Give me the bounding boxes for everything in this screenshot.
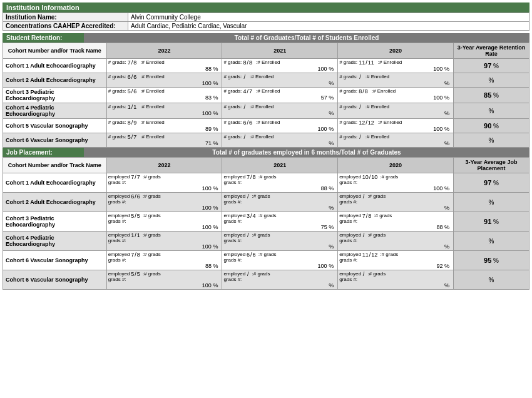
placement-section-header: Job Placement: Total # of graduates empl… <box>3 148 529 157</box>
institution-name-value: Alvin Community College <box>128 13 529 22</box>
placement-col-2022: 2022 <box>106 158 222 173</box>
cohort-name: Cohort 2 Adult Echocardiography <box>3 73 107 88</box>
retention-col-avg: 3-Year Average Retention Rate <box>453 43 529 59</box>
placement-cohort-name: Cohort 4 Pediatric Echocardiography <box>3 232 107 251</box>
retention-right-header: Total # of Graduates/Total # of Students… <box>84 33 529 43</box>
retention-row: Cohort 6 Vascular Sonography # grads: 5 … <box>3 133 529 148</box>
institution-table: Institution Name: Alvin Community Colleg… <box>3 13 529 31</box>
placement-row: Cohort 4 Pediatric Echocardiography empl… <box>3 232 529 251</box>
place-year-cell: employedgrads #: 10 / 10 :# grads 100 % <box>338 173 454 193</box>
institution-conc-label: Concentrations CAAHEP Accredited: <box>3 22 128 31</box>
placement-avg-cell: 97 % <box>453 173 529 193</box>
institution-conc-row: Concentrations CAAHEP Accredited: Adult … <box>3 22 529 31</box>
retention-col-2022: 2022 <box>106 43 222 59</box>
placement-avg-cell: % <box>453 193 529 212</box>
place-year-cell: employedgrads #: 7 / 8 :# grads 88 % <box>338 212 454 232</box>
placement-row: Cohort 1 Adult Echocardiography employed… <box>3 173 529 193</box>
retention-col-2020: 2020 <box>338 43 454 59</box>
placement-avg-cell: 91 % <box>453 212 529 232</box>
institution-name-label: Institution Name: <box>3 13 128 22</box>
retention-row: Cohort 5 Vascular Sonography # grads: 8 … <box>3 119 529 133</box>
place-year-cell: employedgrads #: / :# grads % <box>338 270 454 290</box>
retention-row: Cohort 3 Pediatric Echocardiography # gr… <box>3 88 529 103</box>
retention-row: Cohort 2 Adult Echocardiography # grads:… <box>3 73 529 88</box>
placement-right-header: Total # of graduates employed in 6 month… <box>84 148 529 157</box>
ret-year-cell: # grads: / :# Enrolled % <box>222 73 338 88</box>
placement-col-2021: 2021 <box>222 158 338 173</box>
placement-table: Cohort Number and/or Track Name 2022 202… <box>3 157 529 290</box>
placement-col-name: Cohort Number and/or Track Name <box>3 158 107 173</box>
ret-year-cell: # grads: 8 / 8 :# Enrolled 100 % <box>222 59 338 73</box>
ret-year-cell: # grads: / :# Enrolled % <box>222 103 338 119</box>
place-year-cell: employedgrads #: / :# grads % <box>222 193 338 212</box>
retention-col-2021: 2021 <box>222 43 338 59</box>
placement-cohort-name: Cohort 6 Vascular Sonography <box>3 251 107 270</box>
ret-year-cell: # grads: 5 / 7 :# Enrolled 71 % <box>106 133 222 148</box>
cohort-name: Cohort 1 Adult Echocardiography <box>3 59 107 73</box>
place-year-cell: employedgrads #: 7 / 7 :# grads 100 % <box>106 173 222 193</box>
placement-row: Cohort 3 Pediatric Echocardiography empl… <box>3 212 529 232</box>
page: Institution Information Institution Name… <box>0 0 532 292</box>
place-year-cell: employedgrads #: / :# grads % <box>338 193 454 212</box>
ret-year-cell: # grads: / :# Enrolled % <box>338 133 454 148</box>
ret-year-cell: # grads: 1 / 1 :# Enrolled 100 % <box>106 103 222 119</box>
place-year-cell: employedgrads #: 7 / 8 :# grads 88 % <box>222 173 338 193</box>
place-year-cell: employedgrads #: 5 / 5 :# grads 100 % <box>106 212 222 232</box>
ret-year-cell: # grads: 6 / 6 :# Enrolled 100 % <box>106 73 222 88</box>
place-year-cell: employedgrads #: 7 / 8 :# grads 88 % <box>106 251 222 270</box>
retention-row: Cohort 1 Adult Echocardiography # grads:… <box>3 59 529 73</box>
placement-row: Cohort 6 Vascular Sonography employedgra… <box>3 251 529 270</box>
placement-cohort-name: Cohort 6 Vascular Sonography <box>3 270 107 290</box>
avg-cell: % <box>453 73 529 88</box>
cohort-name: Cohort 3 Pediatric Echocardiography <box>3 88 107 103</box>
placement-avg-cell: % <box>453 232 529 251</box>
avg-cell: 85 % <box>453 88 529 103</box>
cohort-name: Cohort 4 Pediatric Echocardiography <box>3 103 107 119</box>
placement-left-header: Job Placement: <box>3 148 84 157</box>
avg-cell: % <box>453 103 529 119</box>
cohort-name: Cohort 6 Vascular Sonography <box>3 133 107 148</box>
placement-cohort-name: Cohort 1 Adult Echocardiography <box>3 173 107 193</box>
placement-row: Cohort 2 Adult Echocardiography employed… <box>3 193 529 212</box>
place-year-cell: employedgrads #: 11 / 12 :# grads 92 % <box>338 251 454 270</box>
ret-year-cell: # grads: 8 / 9 :# Enrolled 89 % <box>106 119 222 133</box>
retention-table: Cohort Number and/or Track Name 2022 202… <box>3 43 529 148</box>
placement-col-2020: 2020 <box>338 158 454 173</box>
ret-year-cell: # grads: 7 / 8 :# Enrolled 88 % <box>106 59 222 73</box>
avg-cell: % <box>453 133 529 148</box>
retention-left-header: Student Retention: <box>3 33 84 43</box>
placement-cohort-name: Cohort 3 Pediatric Echocardiography <box>3 212 107 232</box>
avg-cell: 90 % <box>453 119 529 133</box>
avg-cell: 97 % <box>453 59 529 73</box>
retention-col-name: Cohort Number and/or Track Name <box>3 43 107 59</box>
place-year-cell: employedgrads #: 6 / 6 :# grads 100 % <box>106 193 222 212</box>
institution-conc-value: Adult Cardiac, Pediatric Cardiac, Vascul… <box>128 22 529 31</box>
placement-cohort-name: Cohort 2 Adult Echocardiography <box>3 193 107 212</box>
place-year-cell: employedgrads #: / :# grads % <box>222 270 338 290</box>
ret-year-cell: # grads: / :# Enrolled % <box>222 133 338 148</box>
placement-avg-cell: 95 % <box>453 251 529 270</box>
ret-year-cell: # grads: 12 / 12 :# Enrolled 100 % <box>338 119 454 133</box>
ret-year-cell: # grads: 4 / 7 :# Enrolled 57 % <box>222 88 338 103</box>
place-year-cell: employedgrads #: / :# grads % <box>338 232 454 251</box>
cohort-name: Cohort 5 Vascular Sonography <box>3 119 107 133</box>
ret-year-cell: # grads: 6 / 6 :# Enrolled 100 % <box>222 119 338 133</box>
placement-avg-cell: % <box>453 270 529 290</box>
place-year-cell: employedgrads #: 5 / 5 :# grads 100 % <box>106 270 222 290</box>
retention-section-header: Student Retention: Total # of Graduates/… <box>3 33 529 43</box>
retention-row: Cohort 4 Pediatric Echocardiography # gr… <box>3 103 529 119</box>
institution-header: Institution Information <box>3 3 529 13</box>
ret-year-cell: # grads: 11 / 11 :# Enrolled 100 % <box>338 59 454 73</box>
ret-year-cell: # grads: 8 / 8 :# Enrolled 100 % <box>338 88 454 103</box>
ret-year-cell: # grads: / :# Enrolled % <box>338 103 454 119</box>
place-year-cell: employedgrads #: 6 / 6 :# grads 100 % <box>222 251 338 270</box>
placement-row: Cohort 6 Vascular Sonography employedgra… <box>3 270 529 290</box>
ret-year-cell: # grads: 5 / 6 :# Enrolled 83 % <box>106 88 222 103</box>
placement-col-avg: 3-Year Average Job Placement <box>453 158 529 173</box>
institution-name-row: Institution Name: Alvin Community Colleg… <box>3 13 529 22</box>
ret-year-cell: # grads: / :# Enrolled % <box>338 73 454 88</box>
place-year-cell: employedgrads #: 1 / 1 :# grads 100 % <box>106 232 222 251</box>
place-year-cell: employedgrads #: 3 / 4 :# grads 75 % <box>222 212 338 232</box>
place-year-cell: employedgrads #: / :# grads % <box>222 232 338 251</box>
